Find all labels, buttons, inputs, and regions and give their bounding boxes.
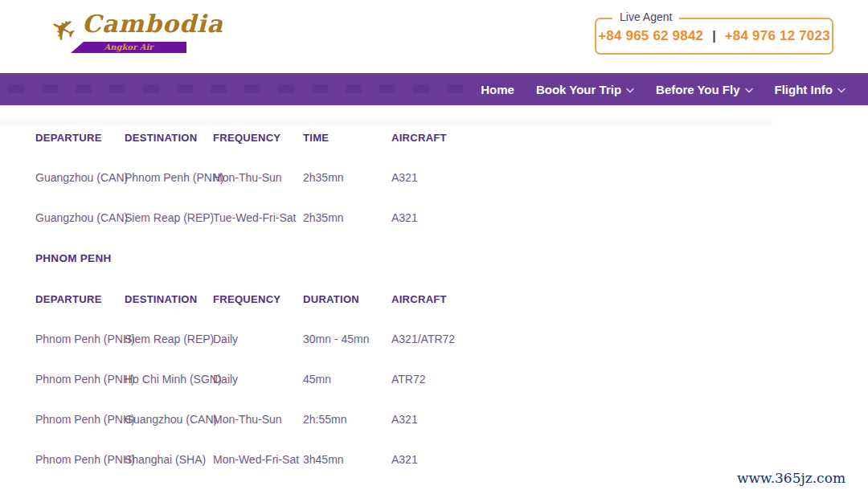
top-header: ✈ Cambodia Angkor Air Live Agent +84 965… (0, 0, 868, 73)
cell-departure: Phnom Penh (PNH) (35, 413, 125, 426)
cell-destination: Phnom Penh (PNH) (125, 171, 213, 184)
cell-duration: 30mn - 45mn (303, 333, 391, 345)
col-header-frequency: FREQUENCY (213, 293, 303, 305)
col-header-destination: DESTINATION (125, 132, 213, 144)
cell-departure: Phnom Penh (PNH) (35, 453, 125, 466)
main-navbar: Home Book Your Trip Before You Fly Fligh… (0, 73, 868, 105)
cell-frequency: Mon-Wed-Fri-Sat (213, 453, 303, 466)
col-header-departure: DEPARTURE (35, 132, 125, 144)
cell-destination: Shanghai (SHA) (125, 453, 213, 466)
cell-destination: Guangzhou (CAN) (125, 413, 213, 426)
nav-home-label: Home (481, 83, 514, 96)
nav-book-your-trip-label: Book Your Trip (536, 83, 621, 96)
cell-destination: Ho Chi Minh (SGN) (125, 373, 213, 386)
col-header-duration: DURATION (303, 293, 391, 305)
cell-frequency: Tue-Wed-Fri-Sat (213, 211, 303, 224)
watermark: www.365jz.com (737, 470, 845, 486)
cell-aircraft: A321/ATR72 (391, 333, 504, 345)
table-row: Guangzhou (CAN) Phnom Penh (PNH) Mon-Thu… (35, 157, 868, 198)
phone-divider: | (712, 29, 715, 43)
nav-item-book-your-trip[interactable]: Book Your Trip (536, 83, 634, 96)
cell-frequency: Daily (213, 373, 303, 386)
cell-duration: 45mn (303, 373, 391, 386)
cell-aircraft: A321 (391, 211, 504, 224)
cell-frequency: Mon-Thu-Sun (213, 171, 303, 184)
table-row: Guangzhou (CAN) Siem Reap (REP) Tue-Wed-… (35, 198, 868, 238)
table-row: Phnom Penh (PNH) Ho Chi Minh (SGN) Daily… (35, 359, 868, 399)
chevron-down-icon (837, 88, 845, 93)
section-heading-phnom-penh: PHNOM PENH (35, 238, 868, 279)
nav-item-home[interactable]: Home (481, 83, 514, 96)
cell-aircraft: ATR72 (391, 373, 504, 386)
cell-departure: Phnom Penh (PNH) (35, 333, 125, 345)
page: ✈ Cambodia Angkor Air Live Agent +84 965… (0, 0, 868, 490)
cell-duration: 3h45mn (303, 453, 391, 466)
live-agent-box: Live Agent +84 965 62 9842 | +84 976 12 … (595, 18, 833, 55)
col-header-destination: DESTINATION (125, 293, 213, 305)
col-header-frequency: FREQUENCY (213, 132, 303, 144)
phnom-penh-table-header: DEPARTURE DESTINATION FREQUENCY DURATION… (35, 279, 868, 319)
cell-time: 2h35mn (303, 171, 391, 184)
phone-number-secondary[interactable]: +84 976 12 7023 (725, 28, 830, 44)
cell-destination: Siem Reap (REP) (125, 211, 213, 224)
cell-duration: 2h:55mn (303, 413, 391, 426)
nav-before-you-fly-label: Before You Fly (656, 83, 739, 96)
cell-departure: Guangzhou (CAN) (35, 211, 125, 224)
phone-number-primary[interactable]: +84 965 62 9842 (598, 28, 703, 44)
chevron-down-icon (745, 88, 753, 93)
table-row: Phnom Penh (PNH) Siem Reap (REP) Daily 3… (35, 319, 868, 359)
cell-departure: Phnom Penh (PNH) (35, 373, 125, 386)
cell-frequency: Daily (213, 333, 303, 345)
nav-item-before-you-fly[interactable]: Before You Fly (656, 83, 752, 96)
live-agent-label: Live Agent (612, 10, 679, 23)
brand-subname: Angkor Air (71, 42, 186, 53)
airplane-icon: ✈ (44, 10, 81, 50)
cell-destination: Siem Reap (REP) (125, 333, 213, 345)
col-header-time: TIME (303, 132, 391, 144)
nav-flight-info-label: Flight Info (775, 83, 833, 96)
nav-item-flight-info[interactable]: Flight Info (775, 83, 845, 96)
guangzhou-table-header: DEPARTURE DESTINATION FREQUENCY TIME AIR… (35, 117, 868, 157)
brand-name: Cambodia (82, 10, 223, 38)
chevron-down-icon (626, 88, 634, 93)
cell-frequency: Mon-Thu-Sun (213, 413, 303, 426)
cell-time: 2h35mn (303, 211, 391, 224)
cell-aircraft: A321 (391, 453, 504, 466)
schedule-content: DEPARTURE DESTINATION FREQUENCY TIME AIR… (0, 105, 868, 480)
col-header-aircraft: AIRCRAFT (391, 132, 504, 144)
col-header-departure: DEPARTURE (35, 293, 125, 305)
brand-logo[interactable]: ✈ Cambodia Angkor Air (51, 10, 196, 61)
brand-banner: Angkor Air (71, 42, 186, 53)
cell-aircraft: A321 (391, 413, 504, 426)
col-header-aircraft: AIRCRAFT (391, 293, 504, 305)
cell-aircraft: A321 (391, 171, 504, 184)
table-row: Phnom Penh (PNH) Guangzhou (CAN) Mon-Thu… (35, 399, 868, 439)
cell-departure: Guangzhou (CAN) (35, 171, 125, 184)
